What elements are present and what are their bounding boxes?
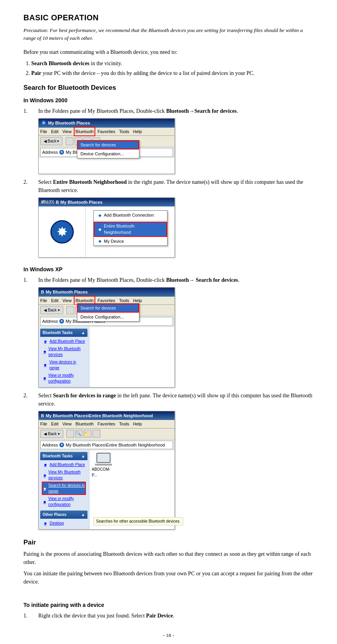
context-divider: [94, 221, 167, 221]
xp2-toolbar-search: 🔍: [75, 430, 82, 438]
winxp-step2-block: 2. Select Search for devices in range in…: [23, 391, 314, 530]
winxp-step2-content: Bluetooth Tasks ▲ ■ Add Bluetooth Place …: [39, 450, 175, 529]
device-name-label: ABOCOM-P...: [92, 466, 115, 478]
xp2-task-body: ■ Add Bluetooth Place ■ View My Bluetoot…: [40, 460, 87, 509]
xp2-task-search-range-label: Search for devices in range: [48, 482, 85, 494]
xp2-menu-bluetooth[interactable]: Bluetooth: [75, 421, 93, 427]
win2000-step1-row: 1. In the Folders pane of My Bluetooth P…: [23, 107, 314, 115]
winxp-screenshot2: B My Bluetooth Places\Entire Bluetooth N…: [38, 411, 314, 530]
xp-address-bt-icon: B: [59, 319, 64, 324]
win2000-left-pane: ✸: [39, 206, 86, 257]
win2000-step2-text: Select Entire Bluetooth Neighborhood in …: [38, 178, 314, 194]
winxp-step1-text: In the Folders pane of My Bluetooth Plac…: [38, 276, 314, 284]
intro-step-2: Pair your PC with the device – you do th…: [31, 69, 314, 77]
menu-edit[interactable]: Edit: [51, 128, 59, 135]
xp2-task-view-config[interactable]: ■ View or modify configuration: [42, 495, 86, 508]
menu-tools[interactable]: Tools: [119, 128, 129, 135]
xp2-task-collapse-icon[interactable]: ▲: [81, 453, 85, 459]
xp2-other-places-header: Other Places ▲: [40, 511, 87, 519]
back-button[interactable]: ◀Back▾: [40, 137, 62, 145]
winxp-right-pane1: [89, 327, 175, 387]
xp2-menu-file[interactable]: File: [40, 421, 47, 427]
task-header: Bluetooth Tasks ▲: [40, 329, 87, 337]
menu-bluetooth[interactable]: Bluetooth: [75, 128, 93, 135]
pair-section: Pair Pairing is the process of associati…: [23, 537, 314, 620]
menu-favorites[interactable]: Favorites: [98, 128, 115, 135]
xp2-task-add-place-label: Add Bluetooth Place: [50, 462, 85, 468]
laptop-base: [95, 464, 112, 466]
xp-menu-bluetooth[interactable]: Bluetooth: [75, 297, 93, 304]
bluetooth-icon-2: B: [56, 199, 59, 206]
xp2-menu-edit[interactable]: Edit: [51, 421, 59, 427]
xp-menu-tools[interactable]: Tools: [119, 297, 129, 304]
xp2-menu-favorites[interactable]: Favorites: [98, 421, 115, 427]
menu-file[interactable]: File: [40, 128, 47, 135]
winxp-step1-row: 1. In the Folders pane of My Bluetooth P…: [23, 276, 314, 284]
task-view-services[interactable]: ■ View My Bluetooth services: [42, 345, 86, 358]
search-section-title: Search for Bluetooth Devices: [23, 83, 314, 93]
task-view-services-label: View My Bluetooth services: [48, 346, 85, 358]
winxp-window1: B My Bluetooth Places File Edit View Blu…: [38, 287, 175, 388]
win2000-window1: B My Bluetooth Places File Edit View Blu…: [38, 118, 175, 174]
task-view-config[interactable]: ■ View or modify configuration: [42, 372, 86, 385]
win2000-right-pane: ◆ Add Bluetooth Connection ◆ Entire Blue…: [86, 206, 175, 257]
win2000-dropdown-container: Address B My Bluetooth Places Search for…: [39, 148, 175, 174]
winxp-dropdown-menu: Search for devices Device Configuration.…: [77, 303, 139, 322]
pair-intro1: Pairing is the process of associating Bl…: [23, 550, 314, 566]
xp2-task-icon-4: ■: [43, 499, 47, 504]
winxp-title2: My Bluetooth Places\Entire Bluetooth Nei…: [46, 413, 153, 419]
winxp-dropdown-wrap: ◀ Back ▾ Search for devices Device Confi: [39, 305, 175, 316]
xp-menu-file[interactable]: File: [40, 297, 47, 304]
menu-view[interactable]: View: [62, 128, 72, 135]
xp2-task-add-place[interactable]: ■ Add Bluetooth Place: [42, 461, 86, 468]
xp2-task-view-services[interactable]: ■ View My Bluetooth services: [42, 468, 86, 482]
win2000-screenshot1: B My Bluetooth Places File Edit View Blu…: [38, 118, 314, 174]
task-view-devices[interactable]: ■ View devices in range: [42, 358, 86, 372]
xp-menu-favorites[interactable]: Favorites: [98, 297, 115, 304]
context-my-device[interactable]: ◆ My Device: [94, 237, 167, 246]
winxp-titlebar2: B My Bluetooth Places\Entire Bluetooth N…: [39, 411, 175, 420]
xp-device-config[interactable]: Device Configuration...: [77, 313, 139, 322]
winxp-step1-block: 1. In the Folders pane of My Bluetooth P…: [23, 276, 314, 388]
task-icon-1: ■: [43, 338, 48, 344]
xp2-menu-tools[interactable]: Tools: [119, 421, 129, 427]
bluetooth-big-icon: ✸: [50, 220, 74, 244]
dropdown-search-devices[interactable]: Search for devices: [77, 141, 139, 149]
pair-step1-num: 1.: [23, 612, 38, 620]
xp-menu-edit[interactable]: Edit: [51, 297, 59, 304]
xp2-task-icon-1: ■: [43, 462, 48, 468]
win2000-title2: My Bluetooth Places: [61, 199, 103, 206]
xp-back-btn[interactable]: ◀ Back ▾: [40, 306, 63, 314]
xp-menu-help[interactable]: Help: [133, 297, 142, 304]
xp-menu-view[interactable]: View: [62, 297, 72, 304]
xp2-task-header: Bluetooth Tasks ▲: [40, 452, 87, 460]
intro-step-1-bold: Search Bluetooth devices: [31, 60, 89, 66]
other-places-section: Other Places ▲ ■ Desktop: [40, 511, 87, 528]
xp2-task-icon-2: ■: [43, 472, 47, 478]
xp2-task-view-services-label: View My Bluetooth services: [48, 469, 85, 481]
toolbar-icon-1: [66, 137, 73, 145]
xp-search-devices[interactable]: Search for devices: [77, 304, 139, 313]
context-entire-neighborhood[interactable]: ◆ Entire Bluetooth Neighborhood: [94, 222, 167, 237]
winxp-step2-right-pane: ABOCOM-P... Searches for other accessibl…: [89, 450, 175, 529]
context-add-connection[interactable]: ◆ Add Bluetooth Connection: [94, 211, 167, 220]
pair-intro2: You can initiate the pairing between two…: [23, 569, 314, 586]
menu-help[interactable]: Help: [133, 128, 142, 135]
intro-step-2-rest: your PC with the device – you do this by…: [41, 70, 255, 76]
dropdown-device-config[interactable]: Device Configuration...: [77, 149, 139, 158]
context-menu: ◆ Add Bluetooth Connection ◆ Entire Blue…: [93, 210, 168, 246]
task-view-config-label: View or modify configuration: [48, 372, 85, 384]
xp2-back-btn[interactable]: ◀ Back ▾: [40, 430, 63, 438]
xp2-task-search-range[interactable]: ■ Search for devices in range: [42, 482, 86, 495]
tooltip-bar: Searches for other accessible Bluetooth …: [93, 517, 183, 525]
xp2-desktop-link[interactable]: ■ Desktop: [42, 519, 86, 527]
win2000-title1: My Bluetooth Places: [48, 120, 90, 126]
task-add-place[interactable]: ■ Add Bluetooth Place: [42, 338, 86, 345]
xp2-task-view-config-label: View or modify configuration: [48, 496, 85, 507]
xp2-menu-help[interactable]: Help: [133, 421, 142, 427]
xp-address-label: Address: [42, 318, 58, 325]
task-collapse-icon[interactable]: ▲: [81, 330, 85, 336]
address-bt-icon: B: [59, 150, 64, 155]
xp2-menu-view[interactable]: View: [62, 421, 72, 427]
xp2-other-collapse-icon[interactable]: ▲: [81, 512, 85, 518]
